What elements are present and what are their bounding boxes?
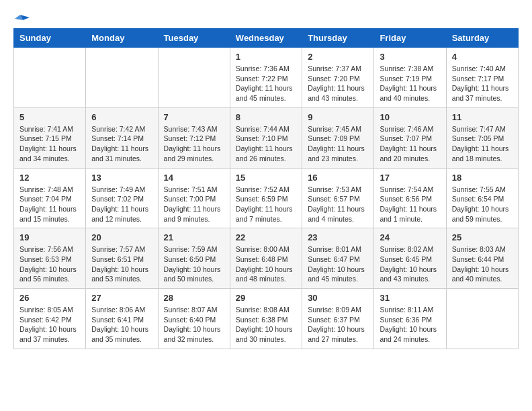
- day-number: 8: [236, 112, 296, 122]
- calendar-cell: [158, 48, 230, 108]
- calendar-cell: 23Sunrise: 8:01 AMSunset: 6:47 PMDayligh…: [302, 228, 374, 289]
- calendar-cell: 27Sunrise: 8:06 AMSunset: 6:41 PMDayligh…: [86, 289, 158, 349]
- col-header-friday: Friday: [374, 29, 446, 48]
- calendar-cell: 12Sunrise: 7:48 AMSunset: 7:04 PMDayligh…: [14, 168, 86, 228]
- cell-info: Sunrise: 7:45 AMSunset: 7:09 PMDaylight:…: [308, 124, 368, 164]
- day-number: 13: [91, 173, 152, 183]
- cell-info: Sunrise: 8:08 AMSunset: 6:38 PMDaylight:…: [236, 305, 296, 345]
- cell-info: Sunrise: 7:41 AMSunset: 7:15 PMDaylight:…: [19, 124, 80, 164]
- day-number: 17: [380, 173, 440, 183]
- calendar-cell: 16Sunrise: 7:53 AMSunset: 6:57 PMDayligh…: [302, 168, 374, 228]
- calendar-cell: 7Sunrise: 7:43 AMSunset: 7:12 PMDaylight…: [158, 107, 230, 168]
- cell-info: Sunrise: 8:03 AMSunset: 6:44 PMDaylight:…: [452, 244, 513, 284]
- calendar-cell: 3Sunrise: 7:38 AMSunset: 7:19 PMDaylight…: [374, 48, 446, 108]
- day-number: 3: [380, 52, 440, 62]
- day-number: 7: [164, 112, 224, 122]
- cell-info: Sunrise: 7:37 AMSunset: 7:20 PMDaylight:…: [308, 64, 368, 103]
- day-number: 6: [91, 112, 152, 122]
- calendar-cell: 26Sunrise: 8:05 AMSunset: 6:42 PMDayligh…: [14, 289, 86, 349]
- day-number: 23: [308, 232, 368, 242]
- cell-info: Sunrise: 8:05 AMSunset: 6:42 PMDaylight:…: [19, 305, 80, 345]
- cell-info: Sunrise: 8:01 AMSunset: 6:47 PMDaylight:…: [308, 244, 368, 284]
- day-number: 14: [164, 173, 224, 183]
- calendar-cell: 22Sunrise: 8:00 AMSunset: 6:48 PMDayligh…: [230, 228, 302, 289]
- day-number: 12: [19, 173, 80, 183]
- calendar-cell: 10Sunrise: 7:46 AMSunset: 7:07 PMDayligh…: [374, 107, 446, 168]
- col-header-sunday: Sunday: [14, 29, 86, 48]
- calendar-cell: 18Sunrise: 7:55 AMSunset: 6:54 PMDayligh…: [446, 168, 518, 228]
- col-header-monday: Monday: [86, 29, 158, 48]
- calendar-cell: 31Sunrise: 8:11 AMSunset: 6:36 PMDayligh…: [374, 289, 446, 349]
- page-header: [13, 13, 519, 21]
- day-number: 30: [308, 293, 368, 303]
- day-number: 18: [452, 173, 513, 183]
- day-number: 25: [452, 232, 513, 242]
- cell-info: Sunrise: 7:49 AMSunset: 7:02 PMDaylight:…: [91, 185, 152, 224]
- day-number: 2: [308, 52, 368, 62]
- week-row-1: 1Sunrise: 7:36 AMSunset: 7:22 PMDaylight…: [14, 48, 519, 108]
- day-number: 10: [380, 112, 440, 122]
- calendar-table: SundayMondayTuesdayWednesdayThursdayFrid…: [13, 28, 519, 349]
- calendar-cell: 13Sunrise: 7:49 AMSunset: 7:02 PMDayligh…: [86, 168, 158, 228]
- calendar-cell: 19Sunrise: 7:56 AMSunset: 6:53 PMDayligh…: [14, 228, 86, 289]
- day-number: 15: [236, 173, 296, 183]
- day-number: 16: [308, 173, 368, 183]
- calendar-cell: 25Sunrise: 8:03 AMSunset: 6:44 PMDayligh…: [446, 228, 518, 289]
- cell-info: Sunrise: 8:02 AMSunset: 6:45 PMDaylight:…: [380, 244, 440, 284]
- calendar-cell: 21Sunrise: 7:59 AMSunset: 6:50 PMDayligh…: [158, 228, 230, 289]
- calendar-cell: [446, 289, 518, 349]
- calendar-cell: 6Sunrise: 7:42 AMSunset: 7:14 PMDaylight…: [86, 107, 158, 168]
- day-number: 11: [452, 112, 513, 122]
- calendar-cell: 29Sunrise: 8:08 AMSunset: 6:38 PMDayligh…: [230, 289, 302, 349]
- day-number: 19: [19, 232, 80, 242]
- calendar-cell: [14, 48, 86, 108]
- col-header-tuesday: Tuesday: [158, 29, 230, 48]
- cell-info: Sunrise: 7:51 AMSunset: 7:00 PMDaylight:…: [164, 185, 224, 224]
- cell-info: Sunrise: 7:42 AMSunset: 7:14 PMDaylight:…: [91, 124, 152, 164]
- cell-info: Sunrise: 7:59 AMSunset: 6:50 PMDaylight:…: [164, 244, 224, 284]
- calendar-cell: 4Sunrise: 7:40 AMSunset: 7:17 PMDaylight…: [446, 48, 518, 108]
- logo: [13, 13, 30, 21]
- calendar-cell: 1Sunrise: 7:36 AMSunset: 7:22 PMDaylight…: [230, 48, 302, 108]
- cell-info: Sunrise: 7:43 AMSunset: 7:12 PMDaylight:…: [164, 124, 224, 164]
- calendar-header-row: SundayMondayTuesdayWednesdayThursdayFrid…: [14, 29, 519, 48]
- cell-info: Sunrise: 7:40 AMSunset: 7:17 PMDaylight:…: [452, 64, 513, 103]
- cell-info: Sunrise: 7:36 AMSunset: 7:22 PMDaylight:…: [236, 64, 296, 103]
- cell-info: Sunrise: 7:52 AMSunset: 6:59 PMDaylight:…: [236, 185, 296, 224]
- day-number: 29: [236, 293, 296, 303]
- logo-bird-icon: [15, 13, 30, 26]
- cell-info: Sunrise: 7:54 AMSunset: 6:56 PMDaylight:…: [380, 185, 440, 224]
- calendar-cell: 8Sunrise: 7:44 AMSunset: 7:10 PMDaylight…: [230, 107, 302, 168]
- day-number: 22: [236, 232, 296, 242]
- day-number: 1: [236, 52, 296, 62]
- week-row-4: 19Sunrise: 7:56 AMSunset: 6:53 PMDayligh…: [14, 228, 519, 289]
- cell-info: Sunrise: 7:46 AMSunset: 7:07 PMDaylight:…: [380, 124, 440, 164]
- day-number: 27: [91, 293, 152, 303]
- day-number: 9: [308, 112, 368, 122]
- cell-info: Sunrise: 8:11 AMSunset: 6:36 PMDaylight:…: [380, 305, 440, 345]
- calendar-cell: 24Sunrise: 8:02 AMSunset: 6:45 PMDayligh…: [374, 228, 446, 289]
- week-row-3: 12Sunrise: 7:48 AMSunset: 7:04 PMDayligh…: [14, 168, 519, 228]
- week-row-5: 26Sunrise: 8:05 AMSunset: 6:42 PMDayligh…: [14, 289, 519, 349]
- col-header-thursday: Thursday: [302, 29, 374, 48]
- cell-info: Sunrise: 7:48 AMSunset: 7:04 PMDaylight:…: [19, 185, 80, 224]
- cell-info: Sunrise: 8:09 AMSunset: 6:37 PMDaylight:…: [308, 305, 368, 345]
- cell-info: Sunrise: 8:06 AMSunset: 6:41 PMDaylight:…: [91, 305, 152, 345]
- calendar-cell: 14Sunrise: 7:51 AMSunset: 7:00 PMDayligh…: [158, 168, 230, 228]
- day-number: 26: [19, 293, 80, 303]
- cell-info: Sunrise: 7:38 AMSunset: 7:19 PMDaylight:…: [380, 64, 440, 103]
- calendar-cell: 15Sunrise: 7:52 AMSunset: 6:59 PMDayligh…: [230, 168, 302, 228]
- calendar-cell: 28Sunrise: 8:07 AMSunset: 6:40 PMDayligh…: [158, 289, 230, 349]
- day-number: 5: [19, 112, 80, 122]
- cell-info: Sunrise: 8:00 AMSunset: 6:48 PMDaylight:…: [236, 244, 296, 284]
- calendar-cell: 11Sunrise: 7:47 AMSunset: 7:05 PMDayligh…: [446, 107, 518, 168]
- cell-info: Sunrise: 8:07 AMSunset: 6:40 PMDaylight:…: [164, 305, 224, 345]
- day-number: 31: [380, 293, 440, 303]
- day-number: 21: [164, 232, 224, 242]
- col-header-wednesday: Wednesday: [230, 29, 302, 48]
- day-number: 4: [452, 52, 513, 62]
- cell-info: Sunrise: 7:44 AMSunset: 7:10 PMDaylight:…: [236, 124, 296, 164]
- calendar-cell: 2Sunrise: 7:37 AMSunset: 7:20 PMDaylight…: [302, 48, 374, 108]
- cell-info: Sunrise: 7:57 AMSunset: 6:51 PMDaylight:…: [91, 244, 152, 284]
- svg-marker-0: [20, 15, 30, 26]
